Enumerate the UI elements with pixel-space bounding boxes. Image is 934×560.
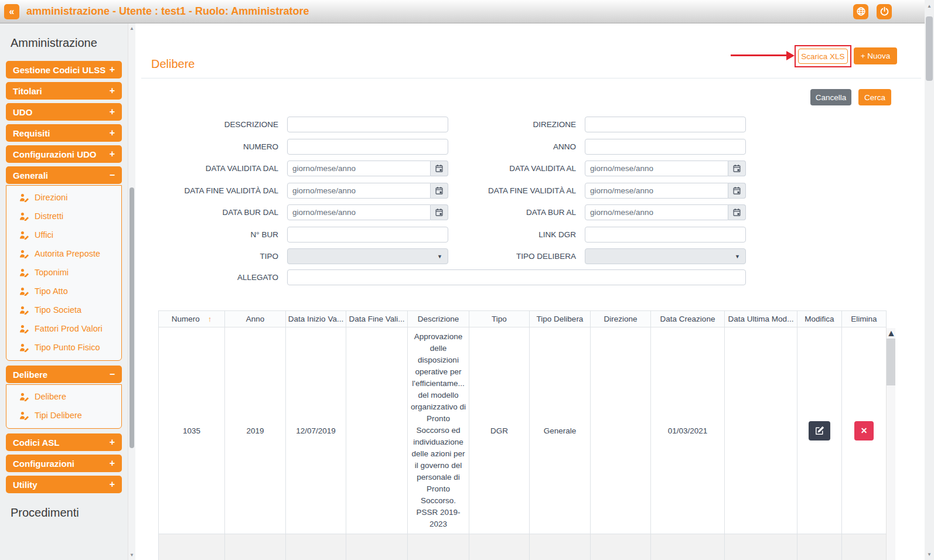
- field-control-data-fine-validit-al: [585, 183, 746, 199]
- tipo-delibera-select[interactable]: ▼: [585, 248, 746, 264]
- descrizione-input[interactable]: [287, 117, 448, 132]
- calendar-button[interactable]: [728, 183, 746, 199]
- sidebar-section-delibere[interactable]: Delibere−: [6, 366, 122, 383]
- cell-descrizione: L.R. 16 agosto 2002, n. 22 DGR n. 2501: [408, 534, 469, 560]
- calendar-icon: [732, 208, 741, 217]
- person-edit-icon: [19, 392, 29, 401]
- column-header-modifica[interactable]: Modifica: [797, 311, 842, 327]
- sidebar-item-label: Tipo Societa: [35, 305, 81, 315]
- page-scrollbar[interactable]: ▲ ▼: [925, 0, 934, 560]
- column-header-tipo[interactable]: Tipo: [469, 311, 530, 327]
- column-header-data-fine-vali[interactable]: Data Fine Vali...: [346, 311, 408, 327]
- tipo-select[interactable]: ▼: [287, 248, 448, 264]
- numero-input[interactable]: [287, 139, 448, 155]
- allegato-input[interactable]: [287, 269, 746, 285]
- scarica-xls-button[interactable]: Scarica XLS: [798, 49, 848, 64]
- power-icon: [880, 6, 889, 16]
- column-header-anno[interactable]: Anno: [225, 311, 286, 327]
- cancella-button[interactable]: Cancella: [810, 89, 851, 105]
- sidebar-item-delibere[interactable]: Delibere: [6, 387, 121, 406]
- cell-modifica: [797, 534, 842, 560]
- column-header-data-inizio-va[interactable]: Data Inizio Va...: [286, 311, 346, 327]
- sidebar-section-generali[interactable]: Generali−: [6, 166, 122, 184]
- direzione-input[interactable]: [585, 117, 746, 132]
- logout-power-button[interactable]: [877, 4, 892, 19]
- form-row-numero: NUMERO: [141, 139, 460, 155]
- edit-row-button[interactable]: [809, 421, 830, 441]
- field-control-data-bur-al: [585, 204, 746, 220]
- sidebar-section-requisiti[interactable]: Requisiti+: [6, 124, 122, 142]
- column-header-numero[interactable]: Numero↑: [159, 311, 225, 327]
- sidebar-section-udo[interactable]: UDO+: [6, 103, 122, 121]
- sidebar-panel-generali: DirezioniDistrettiUfficiAutorita Prepost…: [6, 185, 122, 361]
- data-validita-dal-input[interactable]: [287, 161, 431, 176]
- sidebar-section-label: Generali: [13, 170, 48, 180]
- form-row-data-fine-validit-al: DATA FINE VALIDITÀ AL: [438, 183, 758, 199]
- anno-input[interactable]: [585, 139, 746, 155]
- n-bur-input[interactable]: [287, 227, 448, 243]
- person-edit-icon: [19, 306, 29, 315]
- sidebar-item-distretti[interactable]: Distretti: [6, 207, 121, 226]
- sidebar-item-tipo-atto[interactable]: Tipo Atto: [6, 282, 121, 301]
- scroll-up-icon[interactable]: ▲: [887, 328, 895, 338]
- column-header-tipo-delibera[interactable]: Tipo Delibera: [530, 311, 591, 327]
- person-edit-icon: [19, 268, 29, 277]
- sidebar-scrollbar[interactable]: ▲ ▼: [128, 23, 135, 560]
- sidebar-item-direzioni[interactable]: Direzioni: [6, 188, 121, 207]
- column-header-label: Data Ultima Mod...: [728, 315, 794, 323]
- cell-data-ultima-mod: [725, 534, 797, 560]
- table-scroll-thumb[interactable]: [887, 339, 895, 385]
- column-header-label: Data Creazione: [660, 315, 715, 323]
- sidebar-section-configurazioni-udo[interactable]: Configurazioni UDO+: [6, 145, 122, 163]
- sidebar-item-uffici[interactable]: Uffici: [6, 226, 121, 244]
- data-bur-dal-input[interactable]: [287, 204, 431, 220]
- data-fine-validit-dal-input[interactable]: [287, 183, 431, 199]
- nuova-button[interactable]: + Nuova: [854, 47, 897, 64]
- topbar-actions: [853, 4, 892, 19]
- column-header-data-creazione[interactable]: Data Creazione: [651, 311, 725, 327]
- sidebar-item-label: Autorita Preposte: [35, 249, 100, 258]
- field-label-link-dgr: LINK DGR: [438, 230, 585, 239]
- sidebar-section-configurazioni[interactable]: Configurazioni+: [6, 455, 122, 472]
- column-header-descrizione[interactable]: Descrizione: [408, 311, 469, 327]
- sidebar-item-autorita-preposte[interactable]: Autorita Preposte: [6, 244, 121, 263]
- table-row: 1035201912/07/2019Approvazione delle dis…: [159, 327, 887, 534]
- expand-plus-icon: +: [110, 437, 115, 448]
- data-validita-al-input[interactable]: [585, 161, 728, 176]
- sidebar-item-tipi-delibere[interactable]: Tipi Delibere: [6, 406, 121, 425]
- sidebar-item-tipo-societa[interactable]: Tipo Societa: [6, 301, 121, 319]
- calendar-button[interactable]: [728, 204, 746, 220]
- column-header-elimina[interactable]: Elimina: [842, 311, 887, 327]
- sidebar-section-codici-asl[interactable]: Codici ASL+: [6, 433, 122, 451]
- sidebar-section-gestione-codici-ulss[interactable]: Gestione Codici ULSS+: [6, 61, 122, 78]
- sidebar-section-titolari[interactable]: Titolari+: [6, 82, 122, 100]
- link-dgr-input[interactable]: [585, 227, 746, 243]
- scroll-down-icon[interactable]: ▼: [925, 552, 934, 557]
- expand-plus-icon: +: [110, 64, 115, 75]
- scroll-up-icon[interactable]: ▲: [128, 26, 135, 31]
- sidebar-section-utility[interactable]: Utility+: [6, 476, 122, 493]
- sidebar-panel-delibere: DelibereTipi Delibere: [6, 384, 122, 429]
- sidebar-item-tipo-punto-fisico[interactable]: Tipo Punto Fisico: [6, 338, 121, 357]
- field-control-n-bur: [287, 227, 448, 243]
- column-header-direzione[interactable]: Direzione: [591, 311, 651, 327]
- delete-row-button[interactable]: ✕: [854, 421, 874, 441]
- data-bur-al-input[interactable]: [585, 204, 728, 220]
- sort-ascending-icon[interactable]: ↑: [208, 315, 212, 323]
- calendar-button[interactable]: [728, 161, 746, 176]
- scroll-down-icon[interactable]: ▼: [128, 552, 135, 558]
- data-fine-validit-al-input[interactable]: [585, 183, 728, 199]
- table-scrollbar[interactable]: ▲: [886, 328, 895, 560]
- sidebar-nav: Gestione Codici ULSS+Titolari+UDO+Requis…: [0, 61, 128, 493]
- page-scroll-thumb[interactable]: [926, 16, 933, 81]
- sidebar-item-fattori-prod-valori[interactable]: Fattori Prod Valori: [6, 319, 121, 338]
- scroll-up-icon[interactable]: ▲: [925, 4, 934, 9]
- cerca-button[interactable]: Cerca: [858, 89, 891, 105]
- sidebar-scroll-thumb[interactable]: [129, 187, 134, 448]
- globe-button[interactable]: [853, 4, 868, 19]
- sidebar-collapse-button[interactable]: «: [4, 4, 19, 19]
- person-edit-icon: [19, 287, 29, 296]
- column-header-data-ultima-mod[interactable]: Data Ultima Mod...: [725, 311, 797, 327]
- sidebar-section-label: Requisiti: [13, 128, 50, 138]
- sidebar-item-toponimi[interactable]: Toponimi: [6, 263, 121, 282]
